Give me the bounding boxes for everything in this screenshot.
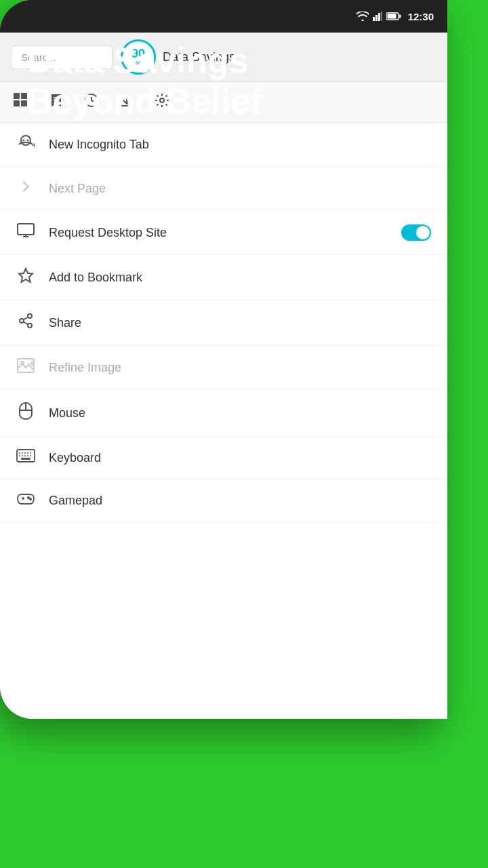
svg-rect-6 <box>399 15 401 18</box>
desktop-icon <box>16 223 35 242</box>
keyboard-label: Keyboard <box>49 451 101 465</box>
image-icon <box>16 358 35 377</box>
share-icon <box>16 313 35 333</box>
menu-item-keyboard[interactable]: Keyboard <box>0 437 447 479</box>
svg-line-26 <box>24 317 28 320</box>
grid-icon[interactable] <box>14 93 28 112</box>
svg-rect-10 <box>21 100 27 106</box>
menu-item-new-incognito[interactable]: + New Incognito Tab <box>0 123 447 167</box>
svg-rect-0 <box>373 17 375 21</box>
menu-item-request-desktop[interactable]: Request Desktop Site <box>0 211 447 255</box>
status-icons: 12:30 <box>357 11 434 22</box>
refine-image-label: Refine Image <box>49 361 121 375</box>
menu-list: + New Incognito Tab Next Page <box>0 123 447 719</box>
svg-rect-44 <box>21 458 30 460</box>
menu-item-next-page[interactable]: Next Page <box>0 167 447 211</box>
next-page-label: Next Page <box>49 182 106 196</box>
svg-rect-18 <box>18 224 34 235</box>
svg-rect-5 <box>387 14 396 19</box>
wifi-icon <box>357 12 369 21</box>
battery-icon <box>386 12 401 20</box>
svg-point-16 <box>27 140 29 142</box>
star-outline-icon <box>16 267 35 288</box>
status-time: 12:30 <box>408 11 434 22</box>
screen-content: Searc... 90 % Data Savings <box>0 33 447 719</box>
incognito-icon: + <box>16 135 35 154</box>
share-label: Share <box>49 316 81 330</box>
svg-marker-21 <box>19 269 33 282</box>
gamepad-icon <box>16 492 35 509</box>
hero-line2: Beyond Belief <box>27 81 262 122</box>
bookmark-label: Add to Bookmark <box>49 271 142 285</box>
svg-line-25 <box>24 322 28 325</box>
status-bar: 12:30 <box>0 0 447 33</box>
mouse-icon <box>16 402 35 424</box>
hero-text: Data Savings Beyond Belief <box>27 41 262 122</box>
svg-point-22 <box>28 314 32 318</box>
svg-rect-8 <box>21 93 27 99</box>
keyboard-icon <box>16 449 35 467</box>
mouse-label: Mouse <box>49 406 85 420</box>
request-desktop-toggle[interactable] <box>401 224 431 241</box>
hero-line1: Data Savings <box>27 41 262 81</box>
svg-point-14 <box>21 136 30 145</box>
chevron-right-icon <box>16 179 35 198</box>
request-desktop-label: Request Desktop Site <box>49 226 167 240</box>
svg-point-24 <box>28 323 32 328</box>
svg-point-23 <box>20 319 24 323</box>
signal-icon <box>373 12 382 21</box>
menu-item-share[interactable]: Share <box>0 300 447 346</box>
svg-point-15 <box>23 140 25 142</box>
svg-point-48 <box>30 498 31 500</box>
new-incognito-label: New Incognito Tab <box>49 138 149 152</box>
svg-point-47 <box>28 497 29 498</box>
svg-rect-7 <box>14 93 20 99</box>
svg-rect-2 <box>378 13 380 21</box>
menu-item-mouse[interactable]: Mouse <box>0 390 447 437</box>
gamepad-label: Gamepad <box>49 494 102 508</box>
svg-rect-1 <box>375 15 378 21</box>
menu-item-refine-image[interactable]: Refine Image <box>0 346 447 390</box>
svg-rect-9 <box>14 100 20 106</box>
menu-item-bookmark[interactable]: Add to Bookmark <box>0 255 447 300</box>
svg-rect-3 <box>381 12 382 21</box>
svg-text:+: + <box>32 140 35 150</box>
menu-item-gamepad[interactable]: Gamepad <box>0 479 447 522</box>
